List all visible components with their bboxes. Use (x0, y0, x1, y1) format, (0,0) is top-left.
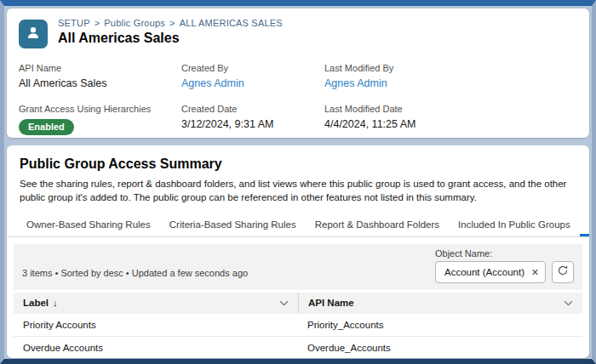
field-value: 4/4/2024, 11:25 AM (324, 118, 577, 130)
label-cell: Overdue Accounts (14, 343, 298, 353)
label-cell: Priority Accounts (14, 320, 298, 330)
breadcrumb-separator: > (169, 18, 175, 28)
access-summary-card: Public Group Access Summary See the shar… (7, 145, 589, 358)
api-name-cell: Priority_Accounts (298, 320, 582, 330)
field-grant-access: Grant Access Using Hierarchies Enabled (19, 104, 181, 135)
field-label: Last Modified Date (324, 104, 577, 114)
group-detail-card: SETUP > Public Groups > ALL AMERICAS SAL… (7, 9, 589, 138)
detail-fields: API Name All Americas Sales Created By A… (19, 63, 577, 135)
field-label: Last Modified By (324, 63, 577, 73)
table-header-row: Label ↓ API Name (14, 293, 582, 314)
column-title: API Name (308, 298, 354, 308)
object-filter: Object Name: ✕ (435, 248, 574, 283)
tab-included-in-public-groups[interactable]: Included In Public Groups (449, 213, 580, 236)
tab-list-views[interactable]: List Views (580, 213, 589, 236)
header-text: SETUP > Public Groups > ALL AMERICAS SAL… (58, 18, 283, 46)
summary-description: See the sharing rules, report & dashboar… (20, 177, 576, 205)
field-last-modified-by: Last Modified By Agnes Admin (324, 63, 577, 89)
refresh-icon (557, 264, 569, 279)
clear-icon[interactable]: ✕ (531, 267, 539, 276)
object-name-input[interactable] (435, 261, 546, 283)
created-by-link[interactable]: Agnes Admin (181, 77, 324, 89)
field-value: All Americas Sales (19, 77, 181, 89)
refresh-button[interactable] (552, 261, 574, 283)
breadcrumb-separator: > (95, 18, 100, 28)
last-modified-by-link[interactable]: Agnes Admin (324, 77, 577, 89)
field-label: Created Date (181, 104, 324, 114)
breadcrumb: SETUP > Public Groups > ALL AMERICAS SAL… (58, 18, 283, 28)
table-row: Overdue Accounts Overdue_Accounts (14, 337, 582, 358)
header-row: SETUP > Public Groups > ALL AMERICAS SAL… (19, 18, 577, 48)
field-created-by: Created By Agnes Admin (181, 63, 324, 89)
api-name-cell: Overdue_Accounts (298, 343, 582, 353)
tab-owner-based-sharing-rules[interactable]: Owner-Based Sharing Rules (17, 213, 160, 236)
field-created-date: Created Date 3/12/2024, 9:31 AM (181, 104, 324, 135)
field-last-modified-date: Last Modified Date 4/4/2024, 11:25 AM (324, 104, 577, 135)
list-status-text: 3 items • Sorted by desc • Updated a few… (22, 268, 248, 283)
tab-criteria-based-sharing-rules[interactable]: Criteria-Based Sharing Rules (160, 213, 306, 236)
field-label: API Name (19, 63, 181, 73)
breadcrumb-public-groups[interactable]: Public Groups (104, 18, 165, 28)
column-header-api-name[interactable]: API Name (298, 293, 582, 314)
breadcrumb-setup[interactable]: SETUP (58, 18, 90, 28)
chevron-down-icon[interactable] (279, 300, 289, 306)
column-title: Label (23, 298, 49, 308)
field-api-name: API Name All Americas Sales (19, 63, 181, 89)
field-label: Grant Access Using Hierarchies (19, 104, 181, 114)
summary-title: Public Group Access Summary (20, 156, 576, 172)
field-label: Created By (181, 63, 324, 73)
page-title: All Americas Sales (58, 31, 283, 46)
list-views-table: Label ↓ API Name Priority Accounts Prior… (14, 293, 582, 358)
list-toolbar: 3 items • Sorted by desc • Updated a few… (14, 244, 582, 290)
tab-bar: Owner-Based Sharing Rules Criteria-Based… (7, 213, 589, 237)
tab-report-dashboard-folders[interactable]: Report & Dashboard Folders (306, 213, 449, 236)
user-icon (25, 24, 42, 44)
object-name-label: Object Name: (435, 248, 574, 259)
sort-desc-arrow: ↓ (53, 298, 58, 308)
enabled-badge: Enabled (19, 119, 74, 135)
column-header-label[interactable]: Label ↓ (14, 293, 298, 314)
chevron-down-icon[interactable] (564, 300, 573, 306)
field-value: 3/12/2024, 9:31 AM (181, 118, 324, 130)
table-row: Priority Accounts Priority_Accounts (14, 314, 582, 337)
public-group-icon (19, 20, 48, 48)
breadcrumb-current: ALL AMERICAS SALES (180, 18, 283, 28)
